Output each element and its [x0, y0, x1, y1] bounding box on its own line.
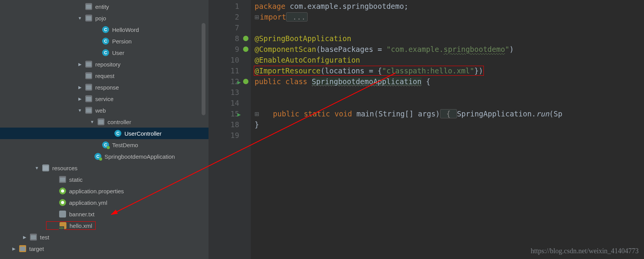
call-args: (Sp [549, 110, 562, 118]
string: "classpath:hello.xml" [382, 66, 474, 75]
tree-label: test [40, 234, 49, 241]
fold-icon[interactable]: ⊞ [255, 13, 259, 21]
chevron-right-icon[interactable] [77, 62, 83, 67]
package-icon [85, 3, 92, 10]
keyword: package [255, 2, 285, 10]
tree-label: UserController [124, 130, 162, 137]
tree-item-service[interactable]: service [0, 93, 209, 105]
tree-item-target[interactable]: target [0, 243, 209, 254]
code-content[interactable]: package com.example.springbootdemo; ⊞imp… [251, 0, 644, 259]
tree-label: pojo [95, 15, 106, 22]
folded-block[interactable]: ... [286, 12, 308, 22]
annotation: @ComponentScan [255, 45, 316, 53]
package-icon [85, 84, 92, 91]
package-icon [98, 118, 104, 125]
editor-gutter: 1 2 7 8 9 10 11 12 13 14 15 18 19 [209, 0, 251, 259]
tree-item-entity[interactable]: entity [0, 1, 209, 12]
watermark: https://blog.csdn.net/weixin_41404773 [531, 247, 639, 255]
method-name: main [356, 110, 374, 118]
class-icon: C [102, 38, 109, 45]
folder-icon [30, 234, 37, 241]
chevron-right-icon[interactable] [22, 235, 28, 240]
chevron-right-icon[interactable] [11, 246, 17, 251]
chevron-right-icon[interactable] [77, 85, 83, 90]
tree-item-web[interactable]: web [0, 105, 209, 116]
tree-item-persion[interactable]: C Persion [0, 35, 209, 47]
chevron-right-icon[interactable] [77, 96, 83, 101]
tree-item-resources[interactable]: resources [0, 162, 209, 174]
line-number: 7 [209, 22, 251, 33]
tree-label: service [95, 96, 114, 102]
resources-folder-icon [42, 164, 49, 171]
tree-label: application.yml [69, 199, 107, 206]
tree-item-repository[interactable]: repository [0, 58, 209, 70]
line-number: 12 [209, 76, 251, 87]
package-icon [85, 107, 92, 114]
spring-class-icon: C [94, 153, 101, 160]
folded-block[interactable]: { [440, 109, 457, 118]
keyword: public [255, 77, 281, 86]
string: springbootdemo [444, 45, 505, 53]
tree-label: web [95, 107, 106, 114]
string: " [505, 45, 509, 53]
line-number: 8 [209, 33, 251, 44]
tree-label: controller [108, 119, 131, 125]
tree-item-app-yml[interactable]: application.yml [0, 197, 209, 208]
code-editor[interactable]: 1 2 7 8 9 10 11 12 13 14 15 18 19 packag… [209, 0, 644, 259]
keyword: class [285, 77, 307, 86]
tree-item-hello-xml[interactable]: hello.xml [0, 220, 209, 231]
tree-label: Persion [112, 38, 132, 45]
tree-item-testdemo[interactable]: C TestDemo [0, 139, 209, 151]
tree-label: banner.txt [69, 211, 94, 217]
chevron-down-icon[interactable] [77, 108, 83, 113]
paren: }) [474, 66, 483, 75]
tree-label: SpringbootdemoApplication [104, 153, 175, 160]
class-icon: C [114, 130, 121, 137]
tree-item-pojo[interactable]: pojo [0, 12, 209, 24]
package-icon [85, 95, 92, 102]
package-name: com.example.springbootdemo; [285, 2, 408, 10]
folder-icon [59, 176, 66, 183]
line-number: 13 [209, 87, 251, 98]
tree-label: request [95, 73, 114, 79]
equals: = [373, 45, 386, 53]
tree-label: TestDemo [112, 142, 138, 148]
spring-config-icon [59, 199, 66, 206]
scrollbar-thumb[interactable] [202, 23, 205, 115]
tree-label: hello.xml [70, 222, 92, 229]
tree-item-request[interactable]: request [0, 70, 209, 81]
line-number: 18 [209, 119, 251, 130]
tree-label: target [29, 246, 44, 252]
tree-item-static[interactable]: static [0, 174, 209, 185]
tree-label: repository [95, 61, 121, 68]
attr-name: locations [325, 66, 364, 75]
package-icon [85, 72, 92, 79]
tree-item-helloword[interactable]: C HelloWord [0, 24, 209, 35]
tree-item-usercontroller[interactable]: C UserController [0, 128, 209, 139]
tree-item-controller[interactable]: controller [0, 116, 209, 128]
spring-class-icon: C [102, 141, 109, 148]
fold-icon[interactable]: ⊞ [255, 110, 259, 118]
tree-item-user[interactable]: C User [0, 47, 209, 58]
tree-item-test[interactable]: test [0, 231, 209, 243]
string: "com.example. [386, 45, 444, 53]
chevron-down-icon[interactable] [34, 166, 40, 170]
tree-item-response[interactable]: response [0, 81, 209, 93]
spring-config-icon [59, 188, 66, 194]
tree-label: resources [52, 165, 78, 171]
package-icon [85, 15, 92, 22]
tree-label: application.properties [69, 188, 124, 194]
keyword: public [273, 110, 300, 118]
chevron-down-icon[interactable] [77, 16, 83, 20]
chevron-down-icon[interactable] [89, 120, 95, 124]
xml-file-icon [60, 222, 66, 229]
tree-label: entity [95, 3, 109, 10]
class-icon: C [102, 49, 109, 56]
annotation: @ImportResource [255, 66, 321, 75]
tree-label: User [112, 50, 124, 56]
call: SpringApplication. [457, 110, 536, 118]
tree-item-banner-txt[interactable]: banner.txt [0, 208, 209, 220]
tree-item-app-properties[interactable]: application.properties [0, 185, 209, 197]
tree-item-springbootdemoapp[interactable]: C SpringbootdemoApplication [0, 151, 209, 162]
tree-label: static [69, 176, 83, 183]
